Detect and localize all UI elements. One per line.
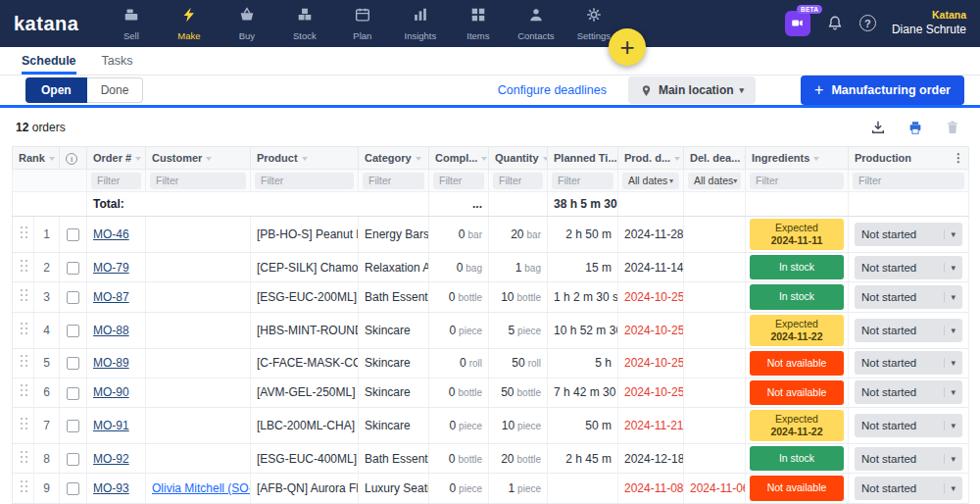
nav-item-plan[interactable]: Plan — [333, 0, 391, 47]
drag-handle-icon[interactable] — [21, 418, 29, 430]
tab-tasks[interactable]: Tasks — [102, 47, 133, 75]
production-status-dropdown[interactable]: Not started ▾ — [855, 414, 962, 437]
production-status-dropdown[interactable]: Not started ▾ — [855, 256, 962, 279]
download-button[interactable] — [870, 120, 886, 135]
row-checkbox[interactable] — [67, 482, 79, 495]
done-filter-button[interactable]: Done — [87, 77, 144, 103]
column-header-product[interactable]: Product — [251, 147, 359, 170]
order-link[interactable]: MO-91 — [93, 419, 129, 432]
open-filter-button[interactable]: Open — [25, 77, 87, 103]
help-icon[interactable]: ? — [859, 15, 876, 31]
tab-schedule[interactable]: Schedule — [22, 47, 76, 75]
new-manufacturing-order-button[interactable]: + Manufacturing order — [801, 76, 964, 105]
order-link[interactable]: MO-92 — [93, 452, 129, 466]
drag-handle-icon[interactable] — [21, 384, 29, 397]
ingredients-cell: In stock — [746, 253, 849, 282]
user-menu[interactable]: Katana Diane Schrute — [892, 9, 966, 37]
production-status-dropdown[interactable]: Not started ▾ — [855, 223, 962, 246]
drag-handle-icon[interactable] — [21, 480, 29, 493]
order-link[interactable]: MO-93 — [93, 481, 129, 495]
delete-button[interactable] — [945, 120, 960, 135]
print-button[interactable] — [907, 120, 923, 135]
category-filter-input[interactable] — [363, 173, 424, 189]
order-link[interactable]: MO-89 — [93, 356, 129, 370]
row-checkbox[interactable] — [67, 228, 79, 241]
row-checkbox[interactable] — [67, 357, 79, 370]
filter-quantity-cell — [489, 170, 548, 192]
unit-label: bottle — [517, 387, 541, 398]
drag-handle-icon[interactable] — [21, 227, 29, 239]
nav-item-items[interactable]: Items — [449, 0, 507, 47]
customer-link[interactable]: Olivia Mitchell (SO-44) — [152, 481, 251, 495]
drag-handle-icon[interactable] — [21, 355, 29, 368]
column-header-category[interactable]: Category — [359, 147, 429, 170]
nav-item-make[interactable]: Make — [160, 0, 218, 47]
nav-item-insights[interactable]: Insights — [391, 0, 449, 47]
column-header-quantity[interactable]: Quantity — [489, 147, 548, 170]
row-checkbox[interactable] — [67, 420, 79, 432]
nav-item-contacts[interactable]: Contacts — [507, 0, 564, 47]
completed-filter-input[interactable] — [433, 173, 484, 189]
order-filter-input[interactable] — [91, 173, 141, 189]
row-checkbox[interactable] — [67, 262, 79, 275]
contacts-icon — [527, 6, 545, 27]
order-cell: MO-87 — [87, 282, 146, 312]
ingredients-filter-input[interactable] — [750, 173, 844, 189]
column-header-planned-time[interactable]: Planned Ti... — [548, 147, 618, 170]
filter-order-cell — [87, 170, 146, 192]
drag-handle-icon[interactable] — [21, 260, 29, 273]
del-deadline-date-filter[interactable]: All dates▾ — [688, 173, 741, 189]
customer-filter-input[interactable] — [150, 173, 246, 189]
row-checkbox[interactable] — [67, 387, 79, 400]
prod-deadline-date-filter[interactable]: All dates▾ — [622, 173, 679, 189]
column-header-order[interactable]: Order # — [87, 147, 146, 170]
production-status-dropdown[interactable]: Not started ▾ — [855, 319, 962, 342]
column-header-production[interactable]: Production⋮ — [849, 147, 969, 170]
row-checkbox[interactable] — [67, 325, 79, 337]
nav-item-sell[interactable]: Sell — [102, 0, 160, 47]
production-status-dropdown[interactable]: Not started ▾ — [855, 351, 962, 375]
drag-handle-icon[interactable] — [21, 323, 29, 335]
column-header-rank[interactable]: Rank — [13, 147, 60, 170]
drag-handle-icon[interactable] — [21, 289, 29, 302]
prod-deadline-cell: 2024-11-28 — [618, 217, 684, 253]
production-status-dropdown[interactable]: Not started ▾ — [855, 285, 962, 309]
drag-handle-cell — [13, 217, 34, 253]
more-options-icon[interactable]: ⋮ — [953, 151, 964, 165]
quantity-cell: 1bag — [489, 253, 548, 282]
planned-filter-input[interactable] — [552, 173, 613, 189]
column-header-completed[interactable]: Compl... — [429, 147, 489, 170]
column-header-prod-deadline[interactable]: Prod. d... — [618, 147, 684, 170]
beta-feature-icon[interactable]: BETA — [785, 11, 810, 36]
unit-label: piece — [517, 326, 541, 336]
production-status-dropdown[interactable]: Not started ▾ — [855, 477, 962, 500]
rank-cell: 2 — [34, 253, 60, 282]
drag-handle-icon[interactable] — [21, 451, 29, 464]
column-header-customer[interactable]: Customer — [146, 147, 251, 170]
open-done-toggle: Open Done — [25, 77, 143, 103]
row-checkbox[interactable] — [67, 453, 79, 466]
order-link[interactable]: MO-90 — [93, 385, 129, 399]
production-status-dropdown[interactable]: Not started ▾ — [855, 380, 962, 404]
add-button[interactable]: + — [609, 28, 646, 66]
ingredients-badge: In stock — [750, 284, 844, 309]
product-filter-input[interactable] — [255, 173, 354, 189]
katana-logo[interactable]: katana — [0, 13, 102, 35]
column-header-ingredients[interactable]: Ingredients — [746, 147, 849, 170]
table-row: 2 MO-79 [CEP-SILK] Chamomile Relaxation … — [13, 253, 969, 282]
quantity-filter-input[interactable] — [493, 173, 543, 189]
order-link[interactable]: MO-79 — [93, 261, 129, 275]
nav-item-stock[interactable]: Stock — [275, 0, 333, 47]
order-link[interactable]: MO-87 — [93, 290, 129, 304]
order-link[interactable]: MO-46 — [93, 227, 129, 241]
nav-item-buy[interactable]: Buy — [218, 0, 275, 47]
column-header-info[interactable]: i — [60, 147, 87, 170]
notifications-bell-icon[interactable] — [826, 15, 844, 32]
column-header-del-deadline[interactable]: Del. dea... — [684, 147, 746, 170]
row-checkbox[interactable] — [67, 291, 79, 304]
order-link[interactable]: MO-88 — [93, 324, 129, 337]
location-dropdown[interactable]: Main location ▾ — [628, 76, 756, 104]
production-filter-input[interactable] — [853, 173, 964, 189]
configure-deadlines-link[interactable]: Configure deadlines — [498, 83, 607, 97]
production-status-dropdown[interactable]: Not started ▾ — [855, 447, 962, 471]
